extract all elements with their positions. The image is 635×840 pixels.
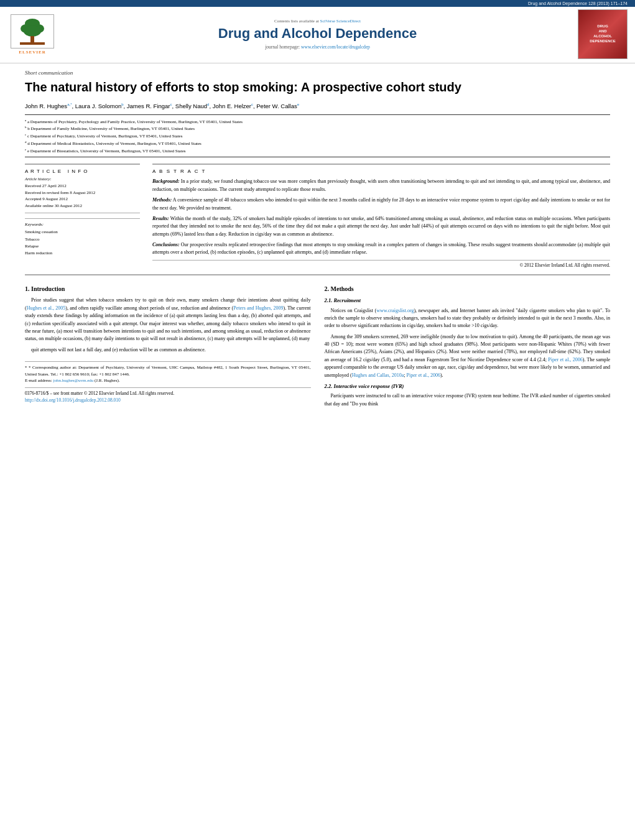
doi-link-line: http://dx.doi.org/10.1016/j.drugalcdep.2… bbox=[25, 397, 311, 404]
journal-homepage: journal homepage: www.elsevier.com/locat… bbox=[70, 44, 565, 50]
email-link[interactable]: john.hughes@uvm.edu bbox=[53, 378, 94, 383]
elsevier-logo-image bbox=[11, 14, 54, 48]
accepted-date: Accepted 9 August 2012 bbox=[25, 196, 140, 203]
section-divider bbox=[25, 274, 610, 275]
journal-cover-image: DRUGANDALCOHOLDEPENDENCE bbox=[578, 9, 628, 59]
abstract-column: A B S T R A C T Background: In a prior s… bbox=[152, 164, 610, 268]
abstract-heading: A B S T R A C T bbox=[152, 168, 610, 174]
craigslist-link[interactable]: www.craigslist.org bbox=[376, 308, 414, 313]
doi-area: 0376-8716/$ – see front matter © 2012 El… bbox=[25, 387, 311, 404]
journal-reference-text: Drug and Alcohol Dependence 128 (2013) 1… bbox=[528, 1, 628, 6]
ref-peters-hughes[interactable]: Peters and Hughes, 2009 bbox=[233, 305, 283, 311]
journal-homepage-link[interactable]: www.elsevier.com/locate/drugalcdep bbox=[301, 44, 370, 50]
svg-rect-6 bbox=[20, 42, 45, 45]
email-label: E-mail address: bbox=[25, 378, 52, 383]
section1-title: Introduction bbox=[31, 285, 65, 292]
section1-number: 1. bbox=[25, 285, 30, 292]
article-body: Short communication The natural history … bbox=[0, 63, 635, 423]
elsevier-name: ELSEVIER bbox=[19, 50, 45, 55]
affiliation-c: c c Department of Psychiatry, University… bbox=[25, 134, 182, 139]
ivr-para-1: Participants were instructed to call to … bbox=[325, 392, 611, 408]
page: Drug and Alcohol Dependence 128 (2013) 1… bbox=[0, 0, 635, 840]
section2-1-number: 2.1. bbox=[325, 297, 333, 303]
email-line: E-mail address: john.hughes@uvm.edu (J.R… bbox=[25, 377, 311, 384]
elsevier-tree-icon bbox=[14, 17, 51, 45]
copyright-line: © 2012 Elsevier Ireland Ltd. All rights … bbox=[152, 260, 610, 268]
ref-piper-2006[interactable]: Piper et al., 2006 bbox=[548, 357, 582, 362]
issn-line: 0376-8716/$ – see front matter © 2012 El… bbox=[25, 390, 311, 397]
article-info-heading: A R T I C L E I N F O bbox=[25, 168, 140, 174]
section2-2-title: Interactive voice response (IVR) bbox=[333, 383, 404, 389]
ref-hughes-2005[interactable]: Hughes et al., 2005 bbox=[27, 305, 66, 311]
abstract-box: A B S T R A C T Background: In a prior s… bbox=[152, 164, 610, 268]
section2-1-heading: 2.1. Recruitment bbox=[325, 297, 611, 305]
ref-piper-2006b[interactable]: Piper et al., 2006 bbox=[407, 372, 440, 378]
section2-heading: 2. Methods bbox=[325, 284, 611, 294]
keyword-1: Smoking cessation bbox=[25, 229, 140, 236]
authors-line: John R. Hughesa,*, Laura J. Solomonb, Ja… bbox=[25, 101, 610, 111]
journal-title: Drug and Alcohol Dependence bbox=[70, 25, 565, 42]
body-columns: 1. Introduction Prior studies suggest th… bbox=[25, 282, 610, 411]
abstract-results: Results: Within the month of the study, … bbox=[152, 215, 610, 238]
available-date: Available online 30 August 2012 bbox=[25, 203, 140, 210]
body-left-column: 1. Introduction Prior studies suggest th… bbox=[25, 282, 311, 411]
keywords-box: Keywords: Smoking cessation Tobacco Rela… bbox=[25, 218, 140, 257]
section2-title: Methods bbox=[331, 285, 354, 292]
intro-para-2-start: quit attempts will not last a full day, … bbox=[25, 346, 311, 354]
svg-point-4 bbox=[24, 25, 41, 37]
recruitment-para-2: Among the 309 smokers screened, 269 were… bbox=[325, 333, 611, 379]
affiliation-e: e e Department of Biostatistics, Univers… bbox=[25, 149, 186, 154]
keyword-2: Tobacco bbox=[25, 236, 140, 243]
affiliation-a: a a Departments of Psychiatry, Psycholog… bbox=[25, 119, 243, 124]
corresponding-author-note: * * Corresponding author at: Department … bbox=[25, 364, 311, 377]
journal-header: ELSEVIER Contents lists available at Sci… bbox=[0, 7, 635, 63]
doi-link[interactable]: http://dx.doi.org/10.1016/j.drugalcdep.2… bbox=[25, 397, 121, 403]
footnote-area: * * Corresponding author at: Department … bbox=[25, 361, 311, 384]
affiliation-b: b b Department of Family Medicine, Unive… bbox=[25, 126, 195, 131]
ref-hughes-callas[interactable]: Hughes and Callas, 2010a bbox=[352, 372, 404, 378]
section2-1-title: Recruitment bbox=[333, 297, 360, 303]
keyword-3: Relapse bbox=[25, 243, 140, 250]
affiliation-d: d d Department of Medical Biostatistics,… bbox=[25, 141, 202, 146]
elsevier-logo: ELSEVIER bbox=[7, 14, 57, 55]
article-type: Short communication bbox=[25, 70, 610, 76]
recruitment-para-1: Notices on Craigslist (www.craigslist.or… bbox=[325, 307, 611, 330]
article-info-box: A R T I C L E I N F O Article history: R… bbox=[25, 164, 140, 213]
sciverse-text: Contents lists available at SciVerse Sci… bbox=[70, 19, 565, 24]
info-abstract-columns: A R T I C L E I N F O Article history: R… bbox=[25, 164, 610, 268]
article-history-label: Article history: bbox=[25, 177, 140, 182]
affiliations: a a Departments of Psychiatry, Psycholog… bbox=[25, 114, 610, 157]
article-title: The natural history of efforts to stop s… bbox=[25, 80, 610, 95]
sciverse-link[interactable]: SciVerse ScienceDirect bbox=[320, 19, 361, 24]
received-date: Received 27 April 2012 bbox=[25, 183, 140, 190]
abstract-background: Background: In a prior study, we found c… bbox=[152, 178, 610, 193]
keywords-label: Keywords: bbox=[25, 222, 140, 227]
section1-heading: 1. Introduction bbox=[25, 284, 311, 294]
article-info-column: A R T I C L E I N F O Article history: R… bbox=[25, 164, 140, 268]
journal-reference-bar: Drug and Alcohol Dependence 128 (2013) 1… bbox=[0, 0, 635, 7]
section2-number: 2. bbox=[325, 285, 330, 292]
section2-2-heading: 2.2. Interactive voice response (IVR) bbox=[325, 382, 611, 390]
section2-2-number: 2.2. bbox=[325, 383, 333, 389]
journal-center: Contents lists available at SciVerse Sci… bbox=[57, 19, 578, 49]
body-right-column: 2. Methods 2.1. Recruitment Notices on C… bbox=[325, 282, 611, 411]
abstract-methods: Methods: A convenience sample of 40 toba… bbox=[152, 196, 610, 212]
abstract-conclusions: Conclusions: Our prospective results rep… bbox=[152, 241, 610, 257]
intro-para-1: Prior studies suggest that when tobacco … bbox=[25, 297, 311, 343]
keyword-4: Harm reduction bbox=[25, 250, 140, 257]
received-revised-date: Received in revised form 8 August 2012 bbox=[25, 190, 140, 196]
